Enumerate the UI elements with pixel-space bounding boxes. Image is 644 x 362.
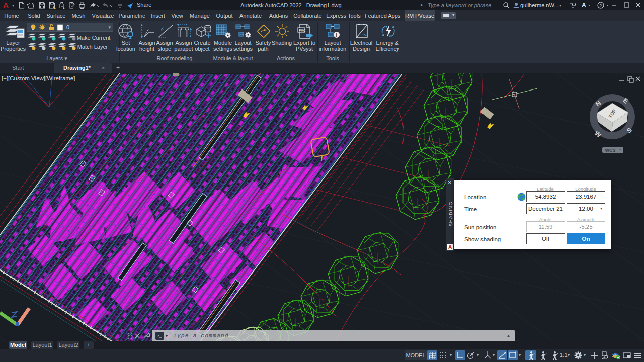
svg-text:WCS: WCS — [605, 148, 616, 153]
svg-text:[−][Custom View][Wireframe]: [−][Custom View][Wireframe] — [2, 75, 75, 81]
svg-text:?: ? — [599, 3, 602, 8]
svg-text:i: i — [336, 33, 337, 38]
svg-text:PVC: PVC — [299, 29, 306, 32]
svg-text:A: A — [582, 2, 586, 9]
